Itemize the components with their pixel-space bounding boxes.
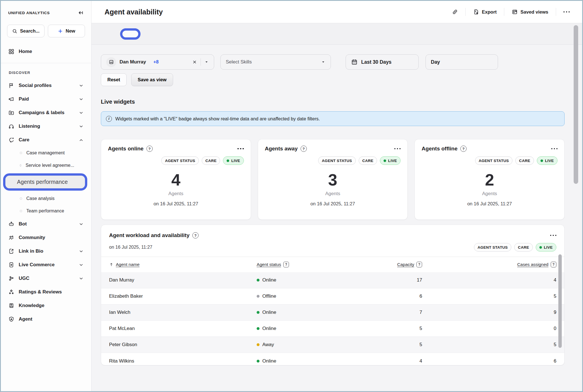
column-agent-status[interactable]: Agent status ? — [257, 262, 377, 267]
chevron-down-icon — [78, 221, 84, 227]
widget-value: 3 — [265, 172, 401, 188]
bullet-icon — [20, 152, 22, 154]
help-icon[interactable]: ? — [551, 262, 556, 267]
page-scrollbar[interactable] — [574, 25, 578, 184]
widget-menu-icon[interactable] — [237, 148, 244, 150]
sidebar-item-service-level-agreeme[interactable]: Service level agreeme... — [1, 159, 91, 172]
caret-down-icon[interactable] — [204, 60, 209, 64]
sidebar-item-ugc[interactable]: UGC — [1, 272, 91, 285]
widget-unit: Agents — [265, 191, 401, 197]
care-icon — [8, 137, 14, 143]
table-title: Agent workload and availability — [109, 232, 190, 238]
page-title: Agent availability — [105, 8, 163, 16]
help-icon[interactable]: ? — [192, 232, 199, 238]
saved-views-button[interactable]: Saved views — [512, 9, 548, 15]
calendar-icon — [351, 59, 358, 65]
bot-icon — [8, 221, 14, 227]
help-icon[interactable]: ? — [146, 146, 153, 152]
table-row-ian-welch: Ian Welch Online 7 9 — [101, 304, 564, 321]
sidebar-item-care[interactable]: Care — [1, 133, 91, 147]
cell-agent-name: Elizabeth Baker — [109, 293, 257, 299]
sidebar-item-link-in-bio[interactable]: Link in Bio — [1, 244, 91, 258]
new-button[interactable]: New — [48, 25, 85, 37]
table-timestamp: on 16 Jul 2025, 11:27 — [109, 245, 152, 250]
column-cases-assigned[interactable]: Cases assigned ? — [422, 262, 556, 267]
ratings-icon — [8, 289, 14, 295]
table-row-pat-mclean: Pat McLean Online 5 0 — [101, 321, 564, 337]
widget-value: 4 — [108, 172, 244, 188]
table-row-peter-gibson: Peter Gibson Away 5 5 — [101, 337, 564, 353]
divider — [201, 58, 201, 66]
chevron-down-icon — [78, 83, 84, 88]
save-as-view-button[interactable]: Save as view — [131, 73, 173, 86]
widget-timestamp: on 16 Jul 2025, 11:27 — [265, 201, 401, 206]
annotation-ring — [120, 28, 141, 40]
sidebar-item-home[interactable]: Home — [1, 45, 91, 58]
copy-link-icon[interactable] — [452, 9, 458, 15]
sidebar-item-case-management[interactable]: Case management — [1, 147, 91, 159]
cell-agent-status: Online — [257, 358, 377, 364]
sidebar-item-team-performance[interactable]: Team performance — [1, 205, 91, 217]
sidebar-item-social-profiles[interactable]: Social profiles — [1, 79, 91, 92]
cell-agent-status: Offline — [257, 293, 377, 299]
brand-logo: UNIFIED ANALYTICS — [8, 11, 50, 15]
help-icon[interactable]: ? — [460, 146, 467, 152]
sidebar-item-agent[interactable]: Agent — [1, 312, 91, 326]
chevron-down-icon — [78, 249, 84, 254]
date-range-filter[interactable]: Last 30 Days — [346, 54, 419, 70]
export-button[interactable]: Export — [473, 9, 497, 15]
care-badge: CARE — [202, 156, 220, 165]
sidebar-item-paid[interactable]: Paid — [1, 92, 91, 106]
cell-cases-assigned: 4 — [422, 277, 556, 283]
skills-filter[interactable]: Select Skills — [220, 54, 331, 70]
cell-agent-status: Away — [257, 342, 377, 348]
caret-down-icon — [321, 60, 325, 64]
folder-icon — [8, 110, 14, 116]
live-badge: LIVE — [536, 243, 556, 252]
care-badge: CARE — [515, 156, 534, 165]
status-dot-icon — [257, 311, 259, 314]
column-agent-name[interactable]: Agent name — [109, 262, 257, 267]
widget-value: 2 — [422, 172, 558, 188]
sidebar-item-listening[interactable]: Listening — [1, 120, 91, 133]
care-badge: CARE — [514, 243, 533, 252]
widget-menu-icon[interactable] — [550, 235, 557, 236]
people-filter[interactable]: Dan Murray +8 — [101, 54, 214, 70]
help-icon[interactable]: ? — [301, 146, 307, 152]
sidebar-item-bot[interactable]: Bot — [1, 217, 91, 231]
bullet-icon — [20, 164, 21, 167]
info-icon: i — [106, 116, 112, 122]
date-range-value: Last 30 Days — [361, 59, 391, 65]
help-icon[interactable]: ? — [283, 262, 289, 267]
granularity-filter[interactable]: Day — [425, 54, 498, 70]
sidebar-item-campaigns-labels[interactable]: Campaigns & labels — [1, 106, 91, 120]
cell-agent-name: Peter Gibson — [109, 342, 257, 348]
widget-menu-icon[interactable] — [551, 148, 558, 150]
more-menu-icon[interactable] — [563, 11, 570, 13]
sidebar-item-ratings-reviews[interactable]: Ratings & Reviews — [1, 285, 91, 299]
status-dot-icon — [257, 327, 259, 330]
divider — [556, 8, 556, 16]
sidebar-item-knowledge[interactable]: Knowledge — [1, 299, 91, 312]
search-button[interactable]: Search... — [7, 25, 44, 37]
sort-ascending-icon — [109, 262, 114, 267]
table-scrollbar[interactable] — [558, 254, 562, 348]
sidebar-item-live-commerce[interactable]: Live Commerce — [1, 258, 91, 272]
collapse-sidebar-icon[interactable] — [77, 9, 84, 16]
sidebar-item-case-analysis[interactable]: Case analysis — [1, 192, 91, 205]
widget-timestamp: on 16 Jul 2025, 11:27 — [422, 201, 558, 206]
sidebar-item-agents-performance[interactable]: Agents performance — [3, 173, 87, 191]
live-widget-cards: Agents online ? AGENT STATUS CARE LIVE 4… — [101, 139, 565, 220]
info-banner: i Widgets marked with a "LIVE" badge alw… — [101, 111, 565, 126]
agent-status-badge: AGENT STATUS — [318, 156, 356, 165]
help-icon[interactable]: ? — [416, 262, 422, 267]
column-capacity[interactable]: Capacity ? — [377, 262, 422, 267]
widget-menu-icon[interactable] — [394, 148, 401, 150]
filter-bar: Dan Murray +8 Select Skills — [101, 54, 565, 70]
sidebar-item-community[interactable]: Community — [1, 231, 91, 244]
reset-button[interactable]: Reset — [101, 73, 127, 86]
clear-filter-icon[interactable] — [192, 59, 197, 65]
people-filter-count: +8 — [154, 59, 159, 65]
ugc-icon — [8, 275, 14, 282]
knowledge-icon — [8, 302, 14, 309]
